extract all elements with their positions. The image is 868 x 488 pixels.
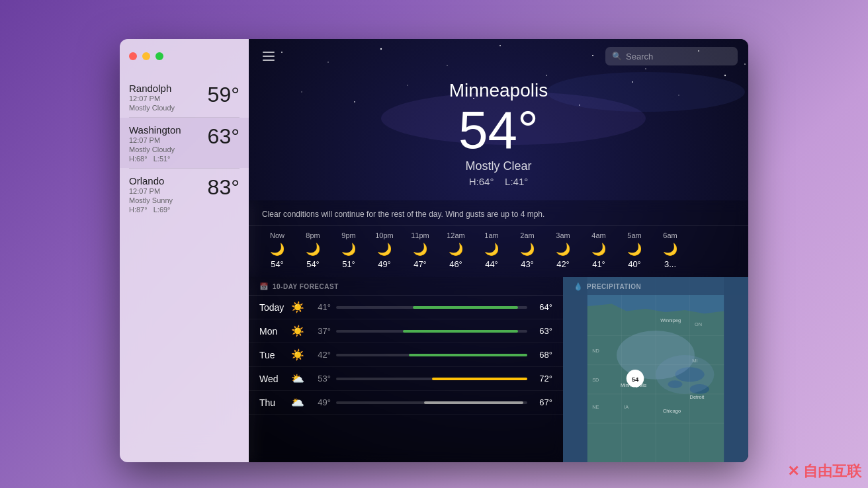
forecast-low: 53° (311, 374, 331, 384)
hourly-scroll[interactable]: Now 🌙 54° 8pm 🌙 54° 9pm 🌙 51° 10pm 🌙 49°… (249, 226, 748, 272)
hour-item: Now 🌙 54° (259, 231, 295, 269)
precipitation-map: ON ND SD NE IA MI Winnipeg Minneapolis C… (563, 277, 748, 462)
hour-icon: 🌙 (377, 242, 392, 257)
hour-temp: 49° (378, 259, 391, 269)
location-temp: 83° (208, 175, 239, 200)
hour-item: 3am 🌙 42° (545, 231, 581, 269)
precipitation-icon: 💧 (574, 282, 583, 291)
forecast-row: Mon ☀️ 37° 63° (249, 319, 563, 343)
hour-icon: 🌙 (556, 242, 570, 257)
sidebar-titlebar (120, 39, 249, 73)
hour-icon: 🌙 (341, 242, 356, 257)
hour-item: 5am 🌙 40° (617, 231, 652, 269)
main-content: 🔍 Search Minneapolis 54° Mostly Clear H:… (249, 39, 748, 462)
forecast-icon: ⛅ (290, 372, 306, 385)
location-low: L:51° (153, 155, 171, 163)
forecast-header-label: 10-Day Forecast (273, 283, 339, 290)
map-panel: 💧 Precipitation (563, 277, 748, 462)
location-hl: H:87° L:69° (129, 206, 239, 214)
location-temp: 59° (208, 83, 239, 107)
app-window: Randolph 12:07 PM Mostly Cloudy 59° Wash… (120, 39, 748, 462)
forecast-bar (424, 401, 523, 404)
location-item-washington[interactable]: Washington 12:07 PM Mostly Cloudy H:68° … (120, 118, 249, 168)
hour-icon: 🌙 (627, 242, 642, 257)
svg-text:Chicago: Chicago (663, 408, 681, 414)
forecast-high: 67° (533, 397, 552, 407)
forecast-bar-container (336, 330, 527, 333)
svg-text:NE: NE (592, 404, 599, 410)
hour-item: 6am 🌙 3... (652, 231, 688, 269)
close-button[interactable] (129, 52, 137, 60)
weather-summary: Clear conditions will continue for the r… (249, 206, 748, 226)
svg-text:Detroit: Detroit (690, 394, 705, 400)
hourly-section: Clear conditions will continue for the r… (249, 200, 748, 277)
hour-temp: 41° (592, 259, 605, 269)
hour-item: 9pm 🌙 51° (331, 231, 367, 269)
forecast-bar (432, 378, 528, 380)
forecast-row: Thu 🌥️ 49° 67° (249, 391, 563, 415)
hour-item: 8pm 🌙 54° (295, 231, 331, 269)
search-placeholder: Search (626, 52, 653, 61)
hour-label: 8pm (306, 231, 320, 239)
minimize-button[interactable] (142, 52, 150, 60)
location-hl: H:68° L:51° (129, 155, 239, 163)
forecast-row: Tue ☀️ 42° 68° (249, 343, 563, 367)
location-high: H:87° (129, 206, 148, 214)
hour-icon: 🌙 (520, 242, 535, 257)
hour-label: 11pm (411, 231, 429, 239)
hour-label: 2am (520, 231, 534, 239)
hour-icon: 🌙 (270, 242, 284, 257)
watermark: ✕ 自由互联 (787, 462, 861, 481)
current-low: L:41° (505, 176, 528, 187)
hour-item: 4am 🌙 41° (581, 231, 617, 269)
forecast-low: 37° (311, 326, 331, 336)
forecast-rows: Today ☀️ 41° 64° Mon ☀️ 37° 63° Tue ☀️ 4… (249, 296, 563, 415)
map-panel-header: 💧 Precipitation (563, 277, 748, 295)
forecast-icon: ☀️ (290, 325, 306, 337)
svg-rect-23 (263, 56, 275, 57)
current-condition: Mostly Clear (249, 159, 748, 173)
hour-icon: 🌙 (449, 242, 463, 257)
forecast-row: Today ☀️ 41° 64° (249, 296, 563, 319)
hour-icon: 🌙 (306, 242, 320, 257)
svg-point-30 (656, 355, 714, 394)
hour-temp: 44° (485, 259, 498, 269)
forecast-low: 49° (311, 397, 331, 407)
search-bar[interactable]: 🔍 Search (605, 47, 738, 65)
hour-item: 1am 🌙 44° (474, 231, 509, 269)
hour-label: 4am (591, 231, 605, 239)
sidebar-locations: Randolph 12:07 PM Mostly Cloudy 59° Wash… (120, 73, 249, 462)
forecast-day: Mon (259, 326, 284, 337)
hour-label: 9pm (341, 231, 355, 239)
svg-rect-24 (263, 60, 275, 61)
forecast-row: Wed ⛅ 53° 72° (249, 367, 563, 391)
location-temp: 63° (208, 124, 239, 149)
sidebar-toggle-button[interactable] (259, 47, 278, 65)
maximize-button[interactable] (155, 52, 163, 60)
location-item-randolph[interactable]: Randolph 12:07 PM Mostly Cloudy 59° (120, 76, 249, 117)
hour-item: 12am 🌙 46° (438, 231, 474, 269)
forecast-icon: ☀️ (290, 348, 306, 361)
hour-label: 10pm (375, 231, 394, 239)
forecast-icon: 🌥️ (290, 396, 306, 409)
current-weather: Minneapolis 54° Mostly Clear H:64° L:41° (249, 73, 748, 200)
hour-temp: 43° (521, 259, 534, 269)
forecast-day: Thu (259, 397, 284, 408)
forecast-low: 42° (311, 350, 331, 360)
current-high: H:64° (469, 176, 494, 187)
hour-label: 3am (556, 231, 570, 239)
search-icon: 🔍 (612, 52, 622, 61)
location-low: L:69° (153, 206, 171, 214)
forecast-bar (403, 330, 517, 333)
hour-label: 5am (627, 231, 641, 239)
location-item-orlando[interactable]: Orlando 12:07 PM Mostly Sunny H:87° L:69… (120, 169, 249, 219)
svg-text:IA: IA (624, 404, 629, 410)
hour-icon: 🌙 (413, 242, 427, 257)
hour-item: 11pm 🌙 47° (402, 231, 438, 269)
location-high: H:68° (129, 155, 148, 163)
hour-temp: 42° (556, 259, 570, 269)
hour-item: 10pm 🌙 49° (367, 231, 402, 269)
forecast-high: 64° (533, 302, 552, 312)
hour-label: 6am (663, 231, 677, 239)
forecast-panel: 📅 10-Day Forecast Today ☀️ 41° 64° Mon ☀… (249, 277, 563, 462)
